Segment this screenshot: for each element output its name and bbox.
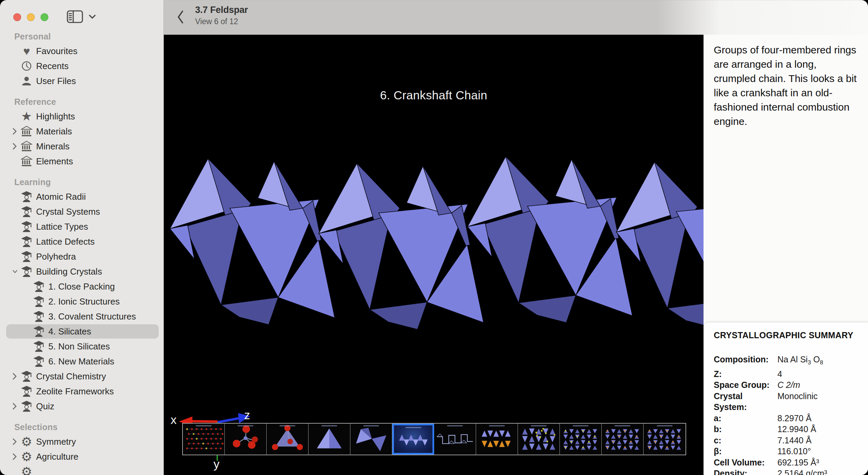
info-panel: Groups of four-membered rings are arrang… bbox=[704, 35, 868, 475]
sidebar-item-materials[interactable]: Materials bbox=[0, 124, 163, 139]
sidebar-item-label: Highlights bbox=[36, 111, 75, 122]
chevron-right-icon[interactable] bbox=[12, 403, 18, 410]
summary-label: Space Group: bbox=[714, 379, 777, 391]
minimize-window-button[interactable] bbox=[27, 13, 35, 21]
sidebar-item-user-files[interactable]: User Files bbox=[0, 73, 163, 88]
chevron-right-icon[interactable] bbox=[12, 453, 18, 460]
sidebar-section-header-learning: Learning bbox=[0, 175, 163, 189]
star-icon: ★ bbox=[20, 110, 33, 122]
summary-label: c: bbox=[714, 435, 777, 446]
summary-value: C 2/m bbox=[777, 379, 800, 391]
sidebar-item-label: 6. New Materials bbox=[48, 356, 114, 367]
summary-label: Crystal System: bbox=[714, 391, 777, 413]
sidebar-item-6-new-materials[interactable]: 6. New Materials bbox=[0, 354, 163, 369]
thumbnail-paired-tetrahedra[interactable] bbox=[350, 424, 392, 455]
sidebar-item-atomic-radii[interactable]: Atomic Radii bbox=[0, 189, 163, 204]
sidebar-mode-chevron-down-icon[interactable] bbox=[89, 14, 96, 20]
summary-label: a: bbox=[714, 413, 777, 424]
structure-canvas-3d[interactable]: 6. Crankshaft Chain x z y bbox=[164, 35, 704, 475]
sidebar-item-building-crystals[interactable]: Building Crystals bbox=[0, 264, 163, 279]
thumbnail-feldspar-framework-orange-1[interactable] bbox=[602, 424, 644, 455]
grad-icon bbox=[20, 250, 33, 263]
summary-value: 4 bbox=[777, 368, 782, 380]
chevron-right-icon[interactable] bbox=[12, 143, 18, 150]
sidebar-item-crystal-systems[interactable]: Crystal Systems bbox=[0, 204, 163, 219]
gear-icon: ⚙ bbox=[20, 451, 33, 463]
sidebar-item-5-non-silicates[interactable]: 5. Non Silicates bbox=[0, 339, 163, 354]
chevron-right-icon[interactable] bbox=[12, 128, 18, 135]
gear-icon: ⚙ bbox=[20, 465, 33, 475]
sidebar-item-item[interactable]: ⚙ bbox=[0, 464, 163, 475]
sidebar-item-symmetry[interactable]: ⚙Symmetry bbox=[0, 434, 163, 449]
thumbnail-red-atom-framework[interactable] bbox=[183, 424, 225, 455]
sidebar-item-highlights[interactable]: ★Highlights bbox=[0, 109, 163, 124]
bank-icon bbox=[20, 155, 33, 167]
thumbnail-crankshaft-chain[interactable] bbox=[392, 424, 434, 455]
app-window: Personal♥FavouritesRecentsUser FilesRefe… bbox=[0, 0, 868, 475]
sidebar-item-2-ionic-structures[interactable]: 2. Ionic Structures bbox=[0, 294, 163, 309]
summary-value: 116.010° bbox=[777, 446, 811, 457]
summary-row-density: Density:2.5164 g/cm³ bbox=[714, 468, 860, 475]
sidebar-item-lattice-types[interactable]: Lattice Types bbox=[0, 219, 163, 234]
zoom-window-button[interactable] bbox=[41, 13, 48, 21]
sidebar-item-4-silicates[interactable]: 4. Silicates bbox=[0, 324, 163, 339]
chevron-right-icon[interactable] bbox=[12, 438, 18, 445]
thumbnail-caption bbox=[321, 425, 337, 426]
sidebar-item-crystal-chemistry[interactable]: Crystal Chemistry bbox=[0, 369, 163, 384]
summary-row-z: Z:4 bbox=[714, 368, 860, 380]
summary-value: Na Al Si3 O8 bbox=[777, 354, 823, 368]
sidebar-item-label: Agriculture bbox=[36, 452, 78, 462]
bank-icon bbox=[20, 141, 33, 152]
grad-icon bbox=[20, 265, 33, 278]
summary-label: b: bbox=[714, 424, 777, 435]
sidebar-item-label: Symmetry bbox=[36, 437, 76, 447]
sidebar-item-label: Polyhedra bbox=[36, 251, 76, 262]
thumbnail-tetrahedra-net-cations[interactable] bbox=[518, 424, 560, 455]
back-button[interactable] bbox=[173, 8, 188, 26]
sidebar-item-label: User Files bbox=[36, 76, 76, 86]
summary-row-cell-volume: Cell Volume:692.195 Å³ bbox=[714, 457, 860, 468]
sidebar-item-1-close-packing[interactable]: 1. Close Packing bbox=[0, 279, 163, 294]
sidebar-item-label: 3. Covalent Structures bbox=[48, 311, 136, 322]
sidebar-item-elements[interactable]: Elements bbox=[0, 154, 163, 169]
summary-label: Density: bbox=[714, 468, 777, 475]
summary-title: CRYSTALLOGRAPHIC SUMMARY bbox=[714, 330, 860, 340]
sidebar-item-lattice-defects[interactable]: Lattice Defects bbox=[0, 234, 163, 249]
thumbnail-sio4-ball-stick[interactable] bbox=[225, 424, 267, 455]
view-thumbnail-strip bbox=[182, 423, 686, 455]
summary-value: 7.1440 Å bbox=[777, 435, 811, 446]
sidebar-section-header-selections: Selections bbox=[0, 420, 163, 434]
summary-value: Monoclinic bbox=[777, 391, 818, 413]
chevron-right-icon[interactable] bbox=[12, 373, 18, 380]
sidebar-item-zeolite-frameworks[interactable]: Zeolite Frameworks bbox=[0, 384, 163, 399]
sidebar-item-minerals[interactable]: Minerals bbox=[0, 139, 163, 154]
sidebar-item-polyhedra[interactable]: Polyhedra bbox=[0, 249, 163, 264]
window-controls bbox=[13, 13, 48, 21]
x-axis-label: x bbox=[171, 413, 177, 427]
thumbnail-crankshaft-wireframe[interactable] bbox=[434, 424, 476, 455]
sidebar-item-favourites[interactable]: ♥Favourites bbox=[0, 44, 163, 59]
grad-icon bbox=[20, 385, 33, 397]
gear-icon: ⚙ bbox=[20, 436, 33, 448]
sidebar-item-recents[interactable]: Recents bbox=[0, 59, 163, 73]
thumbnail-feldspar-framework-yellow[interactable] bbox=[560, 424, 602, 455]
close-window-button[interactable] bbox=[13, 13, 21, 21]
summary-value: 2.5164 g/cm³ bbox=[777, 468, 827, 475]
chevron-down-icon[interactable] bbox=[12, 268, 18, 275]
sidebar-item-quiz[interactable]: Quiz bbox=[0, 399, 163, 414]
clock-icon bbox=[20, 61, 33, 71]
summary-label: β: bbox=[714, 446, 777, 457]
thumbnail-double-chain-orange[interactable] bbox=[476, 424, 518, 455]
sidebar-item-label: 2. Ionic Structures bbox=[48, 296, 120, 307]
sidebar-item-agriculture[interactable]: ⚙Agriculture bbox=[0, 449, 163, 464]
sidebar-item-label: 5. Non Silicates bbox=[48, 341, 110, 352]
sidebar-item-label: Lattice Types bbox=[36, 222, 88, 232]
sidebar-item-label: Elements bbox=[36, 156, 73, 167]
thumbnail-feldspar-framework-orange-2[interactable] bbox=[644, 424, 685, 455]
grad-icon bbox=[32, 310, 46, 323]
thumbnail-caption bbox=[615, 425, 630, 426]
thumbnail-solid-tetrahedron[interactable] bbox=[309, 424, 350, 455]
sidebar-toggle-icon[interactable] bbox=[67, 10, 83, 24]
thumbnail-sio4-tetrahedron-with-atoms[interactable] bbox=[267, 424, 309, 455]
sidebar-item-3-covalent-structures[interactable]: 3. Covalent Structures bbox=[0, 309, 163, 324]
